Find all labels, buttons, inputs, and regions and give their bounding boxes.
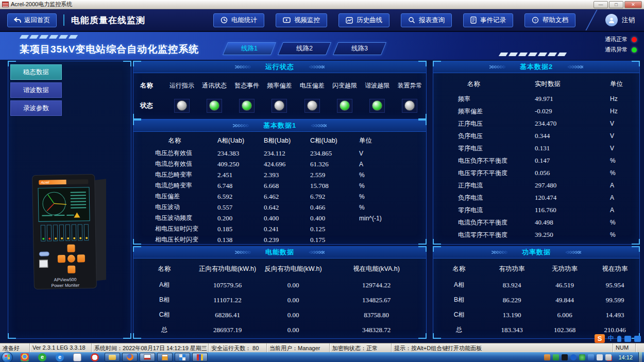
sidebar-item-1[interactable]: 稳态数据 (10, 64, 62, 80)
column-header: 视在电能(kVA.h) (327, 265, 426, 273)
status-item-label: 闪变越限 (328, 81, 361, 90)
chrome-icon[interactable] (21, 353, 29, 361)
nav-button-video-monitor[interactable]: 视频监控 (276, 13, 327, 27)
sogou-logo[interactable]: S (595, 334, 605, 343)
status-system-time: 系统时间：2022年08月17日 14:12:19 星期三 (92, 343, 209, 352)
close-button[interactable]: ✕ (624, 1, 642, 8)
security-shield-icon[interactable] (579, 354, 585, 360)
firefox-taskbutton[interactable] (122, 353, 138, 361)
row-label: 名称 (133, 81, 165, 90)
table-cell: 相电压长时闪变 (133, 235, 216, 244)
ie-icon[interactable]: e (56, 353, 64, 361)
show-desktop-button[interactable] (638, 352, 642, 362)
microphone-icon[interactable] (617, 336, 621, 342)
tab-line-1[interactable]: 线路1 (223, 42, 276, 55)
browser-360-icon[interactable]: e (38, 353, 46, 361)
nav-button-group: 电能统计 视频监控 历史曲线 报表查询 (213, 13, 575, 27)
nav-button-label: 电能统计 (231, 16, 257, 25)
basic-data1-panel: >>>>>> 基本数据1 <<<<<< 名称A相(Uab)B相(Uab)C相(U… (133, 119, 427, 245)
table-cell: 零序电压 (433, 144, 534, 153)
nav-button-report-query[interactable]: 报表查询 (401, 13, 452, 27)
legend-label: 通讯异常 (605, 46, 628, 54)
table-cell: 234.383 (216, 149, 262, 158)
table-cell: min^(-1) (354, 215, 426, 222)
tray-audio-icon[interactable] (562, 354, 568, 360)
table-row: B相86.22949.84499.599 (433, 292, 639, 307)
calendar-app-taskbutton[interactable] (157, 353, 173, 361)
table-cell: 234.112 (262, 149, 309, 158)
table-cell: 6.006 (539, 311, 590, 319)
tray-network-icon[interactable] (588, 354, 594, 360)
sidebar-panel: 稳态数据谐波数据录波参数 Acrel (8, 61, 131, 339)
taskbar-clock[interactable]: 14:12 (618, 354, 633, 360)
tools-app-taskbutton[interactable] (175, 353, 190, 361)
table-cell: 电压偏差 (133, 192, 216, 201)
table-row: 零序电流116.760A (433, 204, 639, 216)
table-cell: 0.00 (260, 296, 327, 304)
column-header: 正向有功电能(kW.h) (195, 265, 260, 273)
volume-muted-icon[interactable] (605, 354, 612, 360)
start-button[interactable] (2, 352, 13, 362)
table-cell: 0.200 (216, 214, 262, 222)
comm-legend: 通讯正常通讯异常 (605, 36, 637, 54)
table-cell: 电流负序不平衡度 (433, 218, 534, 227)
column-header: 名称 (133, 136, 216, 145)
minimize-button[interactable]: — (594, 1, 608, 8)
table-cell: 电压零序不平衡度 (433, 169, 534, 178)
nav-slant-divider (585, 10, 597, 30)
tray-update-icon[interactable] (544, 354, 550, 360)
sidebar-item-2[interactable]: 谐波数据 (10, 82, 62, 98)
tray-folder-icon[interactable] (553, 354, 559, 360)
toolbox-icon[interactable] (634, 336, 641, 342)
table-cell: 95.954 (590, 281, 639, 289)
table-cell: 134825.67 (327, 296, 426, 304)
nav-button-label: 视频监控 (294, 16, 320, 25)
table-cell: 39.250 (534, 231, 606, 239)
table-cell: A相 (433, 281, 485, 289)
nav-button-help-doc[interactable]: ? 帮助文档 (524, 13, 575, 27)
table-cell: 86.229 (485, 296, 539, 304)
run-status-panel: >>>>>> 运行状态 <<<<<< 名称 运行指示通讯状态暂态事件频率偏差电压… (133, 61, 427, 119)
explorer-taskbutton[interactable] (105, 353, 120, 361)
back-home-button[interactable]: 返回首页 (7, 13, 57, 27)
table-cell: 0.642 (262, 203, 309, 212)
table-cell: 相电压短时闪变 (133, 225, 216, 233)
status-led-on (340, 100, 350, 111)
bluetooth-icon[interactable] (570, 354, 577, 360)
video-monitor-icon (283, 17, 291, 23)
table-cell: 129744.22 (327, 281, 426, 289)
table-cell: 0.241 (262, 225, 309, 233)
tab-line-2[interactable]: 线路2 (278, 42, 331, 55)
back-home-label: 返回首页 (24, 16, 50, 25)
chevrons-right-icon: >>>>>> (233, 122, 249, 129)
table-cell: 99.599 (590, 296, 639, 304)
logout-button[interactable]: 注销 (622, 16, 635, 25)
table-cell: 电压波动频度 (133, 214, 216, 222)
table-cell: 111071.22 (195, 296, 260, 304)
ime-mode-toggle[interactable]: 中 (608, 334, 614, 343)
table-cell: 0.239 (262, 236, 309, 244)
maximize-button[interactable]: □ (609, 1, 623, 8)
sidebar-item-3[interactable]: 录波参数 (10, 100, 62, 116)
table-cell: 电压总有效值 (133, 149, 216, 158)
nav-button-history-curve[interactable]: 历史曲线 (338, 13, 389, 27)
nav-button-energy-stats[interactable]: 电能统计 (213, 13, 264, 27)
table-cell: Hz (606, 108, 639, 115)
monitor-app-taskbutton[interactable] (140, 353, 155, 361)
table-cell: 0.185 (216, 225, 262, 233)
column-header: 单位 (354, 136, 426, 145)
tab-line-3[interactable]: 线路3 (333, 42, 386, 55)
scada-app-taskbutton[interactable] (192, 353, 208, 361)
column-header: A相(Uab) (216, 136, 262, 145)
table-cell: 总 (133, 325, 195, 334)
table-cell: 424.696 (262, 160, 309, 168)
timer-app-icon[interactable] (91, 353, 99, 361)
keyboard-icon[interactable] (624, 336, 631, 342)
table-cell: 电压总畸变率 (133, 170, 216, 179)
svg-text:?: ? (534, 18, 537, 23)
notepad-icon[interactable] (73, 353, 81, 361)
table-header-row: 名称实时数据单位 (433, 75, 639, 93)
tray-monitor-icon[interactable] (597, 354, 603, 360)
nav-button-event-log[interactable]: 事件记录 (463, 13, 513, 27)
table-cell: 0.400 (309, 214, 354, 222)
